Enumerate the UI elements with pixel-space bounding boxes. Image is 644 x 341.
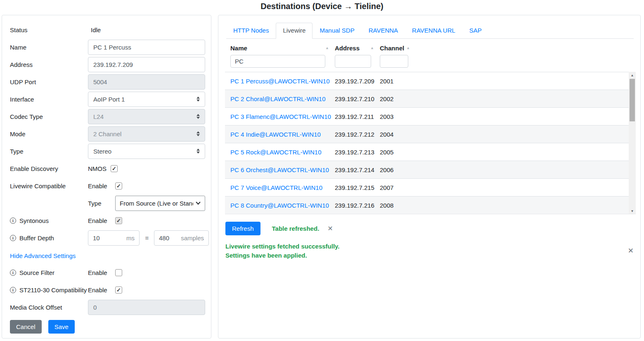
name-filter-input[interactable] <box>230 55 325 68</box>
close-icon[interactable]: ✕ <box>327 225 333 232</box>
destination-form-panel: Status Idle Name Address UDP Port Interf… <box>2 15 211 339</box>
tab-manual-sdp[interactable]: Manual SDP <box>313 23 361 38</box>
st2110-label: ST2110-30 Compatibility <box>19 287 87 294</box>
name-row: Name <box>10 39 203 55</box>
info-icon[interactable]: i <box>10 270 16 276</box>
destination-link[interactable]: PC 5 Rock@LAWOCTRL-WIN10 <box>225 149 335 156</box>
livewire-type-select[interactable]: From Source (Live or Standa <box>115 196 205 211</box>
name-field[interactable] <box>88 40 205 55</box>
type-select[interactable]: Stereo <box>88 144 205 159</box>
table-row[interactable]: PC 6 Orchest@LAWOCTRL-WIN10 239.192.7.21… <box>225 161 629 178</box>
buffer-depth-label: Buffer Depth <box>19 234 54 242</box>
save-button[interactable]: Save <box>48 320 75 334</box>
page-title: Destinations (Device → Tieline) <box>0 2 644 11</box>
scroll-down-icon[interactable]: ▼ <box>629 208 636 214</box>
table-row[interactable]: PC 2 Choral@LAWOCTRL-WIN10 239.192.7.210… <box>225 90 629 107</box>
status-message: Settings have been applied. <box>225 251 340 260</box>
syntonous-enable-checkbox[interactable]: ✓ <box>115 217 122 224</box>
channel-filter-input[interactable] <box>380 55 408 68</box>
status-value: Idle <box>88 26 101 33</box>
address-label: Address <box>10 61 88 68</box>
destination-link[interactable]: PC 4 Indie@LAWOCTRL-WIN10 <box>225 131 335 138</box>
udp-port-label: UDP Port <box>10 78 88 85</box>
enable-discovery-row: Enable Discovery NMOS ✓ <box>10 161 203 176</box>
select-updown-icon <box>197 97 200 102</box>
sort-asc-icon[interactable]: ▲ <box>370 46 374 50</box>
chevron-down-icon <box>196 200 200 204</box>
sort-asc-icon[interactable]: ▲ <box>325 46 329 50</box>
select-updown-icon <box>197 149 200 154</box>
cancel-button[interactable]: Cancel <box>10 320 42 334</box>
media-clock-offset-row: Media Clock Offset <box>10 299 203 315</box>
info-icon[interactable]: i <box>10 218 16 224</box>
mode-select-value: 2 Channel <box>93 130 121 137</box>
status-messages: Livewire settings fetched successfully. … <box>225 242 340 260</box>
livewire-enable-checkbox[interactable]: ✓ <box>115 182 122 189</box>
nmos-checkbox[interactable]: ✓ <box>111 165 118 172</box>
codec-type-select: L24 <box>88 109 205 124</box>
buffer-depth-ms-field[interactable] <box>93 234 111 242</box>
table-row[interactable]: PC 7 Voice@LAWOCTRL-WIN10 239.192.7.215 … <box>225 178 629 196</box>
interface-select[interactable]: AoIP Port 1 <box>88 92 205 107</box>
enable-discovery-label: Enable Discovery <box>10 165 88 172</box>
close-icon[interactable]: ✕ <box>628 246 634 255</box>
table-row[interactable]: PC 3 Flamenc@LAWOCTRL-WIN10 239.192.7.21… <box>225 107 629 125</box>
samples-unit-label: samples <box>181 234 204 242</box>
table-row[interactable]: PC 8 Country@LAWOCTRL-WIN10 239.192.7.21… <box>225 196 629 214</box>
source-filter-enable-checkbox[interactable] <box>115 269 122 276</box>
interface-select-value: AoIP Port 1 <box>93 96 125 103</box>
destination-link[interactable]: PC 3 Flamenc@LAWOCTRL-WIN10 <box>225 113 335 120</box>
buffer-depth-samples-group: samples <box>154 230 209 246</box>
codec-type-row: Codec Type L24 <box>10 109 203 124</box>
buffer-depth-samples-field[interactable] <box>159 234 178 242</box>
form-buttons: Cancel Save <box>10 320 203 334</box>
destination-link[interactable]: PC 2 Choral@LAWOCTRL-WIN10 <box>225 95 335 102</box>
vertical-scrollbar[interactable]: ▲ ▼ <box>629 72 636 214</box>
check-icon: ✓ <box>112 166 116 171</box>
column-header-name[interactable]: Name ▲ <box>225 45 335 52</box>
scrollbar-thumb[interactable] <box>630 79 635 121</box>
info-icon[interactable]: i <box>10 287 16 293</box>
refresh-status-text: Table refreshed. <box>272 225 320 232</box>
check-icon: ✓ <box>116 287 121 293</box>
destination-link[interactable]: PC 8 Country@LAWOCTRL-WIN10 <box>225 202 335 209</box>
nmos-label: NMOS <box>88 165 107 172</box>
st2110-enable-label: Enable <box>88 287 115 294</box>
address-field[interactable] <box>88 57 205 72</box>
buffer-depth-row: i Buffer Depth ms = samples <box>10 230 203 246</box>
status-row: Status Idle <box>10 22 203 38</box>
table-header: Name ▲ Address ▲ Channel ▲ <box>225 42 636 68</box>
page: Destinations (Device → Tieline) Status I… <box>0 0 644 341</box>
mode-label: Mode <box>10 130 88 137</box>
mode-select: 2 Channel <box>88 126 205 142</box>
tab-sap[interactable]: SAP <box>462 23 489 38</box>
destination-link[interactable]: PC 7 Voice@LAWOCTRL-WIN10 <box>225 184 335 191</box>
livewire-enable-label: Enable <box>88 182 115 189</box>
address-filter-input[interactable] <box>335 55 371 68</box>
check-icon: ✓ <box>116 218 121 223</box>
media-clock-offset-field <box>88 300 205 315</box>
status-label: Status <box>10 26 88 33</box>
mode-row: Mode 2 Channel <box>10 126 203 142</box>
table-row[interactable]: PC 1 Percuss@LAWOCTRL-WIN10 239.192.7.20… <box>225 72 629 90</box>
column-header-address[interactable]: Address ▲ <box>335 45 380 52</box>
destination-link[interactable]: PC 1 Percuss@LAWOCTRL-WIN10 <box>225 78 335 85</box>
st2110-enable-checkbox[interactable]: ✓ <box>115 287 122 294</box>
table-row[interactable]: PC 5 Rock@LAWOCTRL-WIN10 239.192.7.213 2… <box>225 143 629 161</box>
sort-asc-icon[interactable]: ▲ <box>406 46 410 50</box>
table-row[interactable]: PC 4 Indie@LAWOCTRL-WIN10 239.192.7.212 … <box>225 125 629 143</box>
hide-advanced-settings-link[interactable]: Hide Advanced Settings <box>10 252 76 259</box>
tab-ravenna[interactable]: RAVENNA <box>362 23 405 38</box>
interface-row: Interface AoIP Port 1 <box>10 91 203 107</box>
tab-livewire[interactable]: Livewire <box>276 23 313 39</box>
tab-ravenna-url[interactable]: RAVENNA URL <box>405 23 462 38</box>
tab-http-nodes[interactable]: HTTP Nodes <box>226 23 276 38</box>
source-filter-row: i Source Filter Enable <box>10 265 203 280</box>
name-label: Name <box>10 44 88 51</box>
destination-link[interactable]: PC 6 Orchest@LAWOCTRL-WIN10 <box>225 166 335 173</box>
check-icon: ✓ <box>116 183 121 189</box>
scroll-up-icon[interactable]: ▲ <box>629 72 636 78</box>
column-header-channel[interactable]: Channel ▲ <box>380 45 410 52</box>
refresh-button[interactable]: Refresh <box>225 222 260 235</box>
info-icon[interactable]: i <box>10 235 16 241</box>
